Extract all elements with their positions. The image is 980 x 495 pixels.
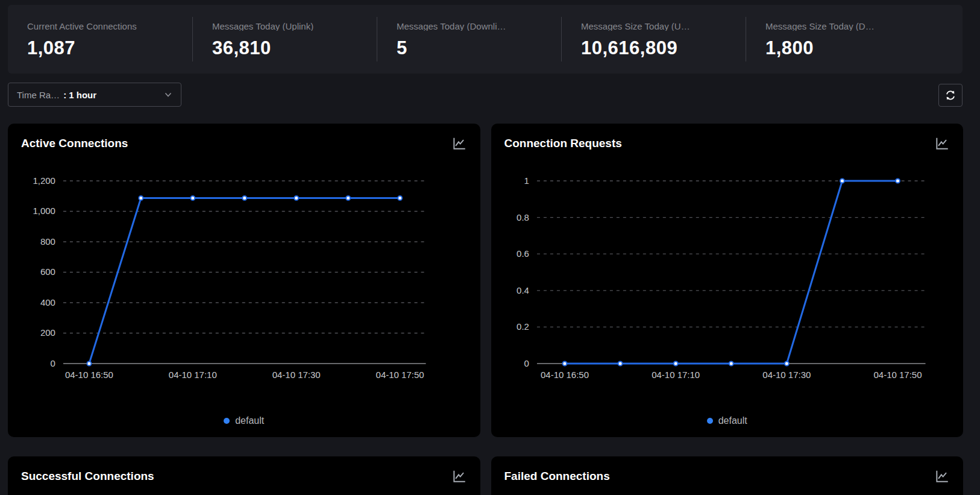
svg-text:600: 600 (40, 266, 55, 277)
card-title: Active Connections (21, 137, 128, 150)
svg-text:200: 200 (40, 327, 55, 338)
svg-text:04-10 17:30: 04-10 17:30 (272, 370, 321, 380)
svg-text:0.2: 0.2 (517, 321, 529, 332)
refresh-button[interactable] (938, 84, 963, 107)
legend-dot (707, 418, 713, 424)
stat-messages-today-uplink: Messages Today (Uplink) 36,810 (192, 17, 377, 61)
card-failed-connections: Failed Connections (491, 456, 964, 495)
card-header: Successful Connections (8, 456, 480, 484)
card-header: Active Connections (8, 124, 480, 151)
stat-label: Messages Size Today (U… (581, 22, 746, 31)
svg-text:400: 400 (40, 297, 55, 307)
card-connection-requests: Connection Requests 00.20.40.60.8104-10 … (491, 124, 964, 437)
refresh-icon (944, 89, 956, 101)
stat-value: 10,616,809 (581, 39, 746, 57)
stat-messages-size-today-uplink: Messages Size Today (U… 10,616,809 (561, 17, 746, 61)
time-range-value: : 1 hour (63, 90, 96, 100)
svg-text:04-10 17:10: 04-10 17:10 (652, 370, 700, 380)
stat-label: Messages Size Today (D… (765, 22, 963, 31)
svg-text:0.6: 0.6 (517, 248, 529, 259)
card-header: Connection Requests (491, 124, 964, 151)
stat-value: 1,800 (765, 39, 963, 57)
svg-text:1: 1 (524, 175, 529, 186)
svg-text:04-10 16:50: 04-10 16:50 (541, 370, 589, 380)
legend-item-default[interactable]: default (8, 415, 480, 426)
svg-text:04-10 16:50: 04-10 16:50 (65, 370, 113, 380)
time-range-label: Time Ra… (17, 90, 60, 100)
svg-text:0: 0 (524, 358, 529, 368)
svg-text:04-10 17:30: 04-10 17:30 (762, 370, 811, 380)
line-chart: 00.20.40.60.8104-10 16:5004-10 17:1004-1… (491, 124, 964, 437)
legend-item-default[interactable]: default (491, 415, 964, 426)
stats-panel: Current Active Connections 1,087 Message… (8, 5, 963, 74)
dashboard-screen: Current Active Connections 1,087 Message… (0, 0, 980, 495)
svg-text:1,200: 1,200 (33, 175, 55, 186)
legend-label: default (718, 415, 747, 426)
svg-text:04-10 17:10: 04-10 17:10 (169, 370, 217, 380)
svg-text:1,000: 1,000 (33, 206, 55, 216)
card-title: Connection Requests (504, 137, 622, 150)
legend-dot (224, 418, 230, 424)
svg-text:800: 800 (40, 236, 55, 247)
chart-line-icon[interactable] (934, 468, 950, 484)
charts-grid: Active Connections 02004006008001,0001,2… (8, 124, 963, 495)
stat-label: Current Active Connections (27, 22, 192, 31)
stat-label: Messages Today (Uplink) (212, 22, 377, 31)
stat-current-active-connections: Current Active Connections 1,087 (8, 17, 192, 61)
svg-text:04-10 17:50: 04-10 17:50 (376, 370, 424, 380)
stat-label: Messages Today (Downli… (397, 22, 561, 31)
card-successful-connections: Successful Connections (8, 456, 480, 495)
svg-text:0: 0 (51, 358, 55, 368)
stat-value: 5 (397, 39, 561, 57)
stat-messages-size-today-downlink: Messages Size Today (D… 1,800 (746, 17, 963, 61)
line-chart: 02004006008001,0001,20004-10 16:5004-10 … (8, 124, 480, 437)
time-range-select[interactable]: Time Ra… : 1 hour (8, 83, 181, 107)
chart-line-icon[interactable] (451, 468, 467, 484)
legend-label: default (235, 415, 264, 426)
chart-line-icon[interactable] (451, 136, 467, 151)
card-active-connections: Active Connections 02004006008001,0001,2… (8, 124, 480, 437)
chevron-down-icon (164, 90, 172, 99)
stat-value: 36,810 (212, 39, 377, 57)
svg-text:0.8: 0.8 (517, 212, 529, 222)
svg-text:04-10 17:50: 04-10 17:50 (873, 370, 922, 380)
chart-line-icon[interactable] (934, 136, 950, 151)
stat-messages-today-downlink: Messages Today (Downli… 5 (377, 17, 561, 61)
svg-text:0.4: 0.4 (517, 285, 529, 295)
stat-value: 1,087 (27, 39, 192, 57)
card-title: Failed Connections (504, 470, 610, 483)
card-title: Successful Connections (21, 470, 154, 483)
card-header: Failed Connections (491, 456, 964, 484)
